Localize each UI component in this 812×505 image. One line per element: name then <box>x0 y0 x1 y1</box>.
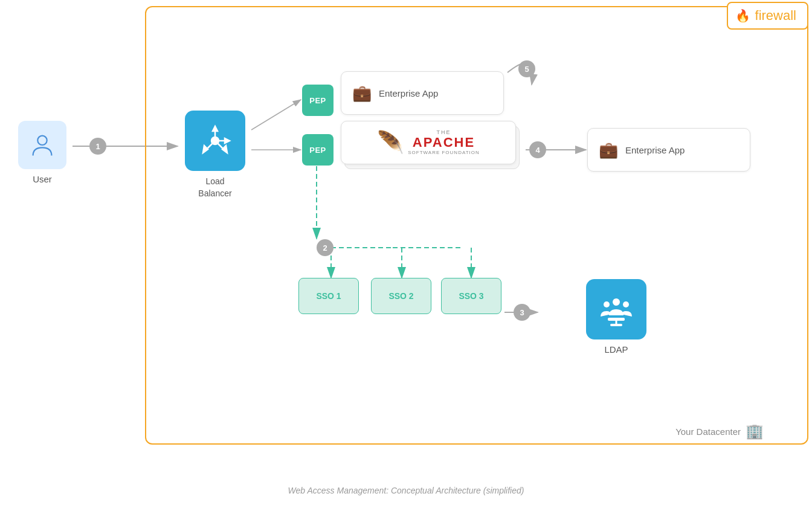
sso-1-box: SSO 1 <box>298 278 359 314</box>
step-2-circle: 2 <box>317 239 334 256</box>
svg-rect-26 <box>608 318 625 321</box>
svg-marker-20 <box>203 146 208 153</box>
briefcase-icon-top: 💼 <box>352 84 372 103</box>
step-5-circle: 5 <box>518 60 535 77</box>
svg-point-13 <box>37 136 47 145</box>
pep-bottom: PEP <box>302 134 334 166</box>
user-label: User <box>12 174 72 184</box>
svg-marker-18 <box>225 138 230 143</box>
lb-svg <box>197 123 233 159</box>
user-icon <box>18 121 66 169</box>
enterprise-app-right-label: Enterprise App <box>625 145 685 155</box>
pep-top: PEP <box>302 85 334 116</box>
datacenter-label: Your Datacenter 🏢 <box>675 423 764 440</box>
building-icon: 🏢 <box>746 423 764 440</box>
user-box: User <box>12 121 72 184</box>
ldap-svg <box>597 290 636 329</box>
enterprise-app-right-card: 💼 Enterprise App <box>587 128 750 172</box>
fire-icon: 🔥 <box>735 8 750 23</box>
svg-point-24 <box>604 301 610 307</box>
svg-rect-28 <box>610 324 622 326</box>
sso-2-box: SSO 2 <box>371 278 431 314</box>
svg-point-25 <box>623 301 629 307</box>
user-svg <box>29 132 56 158</box>
svg-marker-16 <box>213 126 218 131</box>
step-4-circle: 4 <box>529 141 546 158</box>
diagram-container: 🔥 firewall User 1 <box>0 0 812 505</box>
sso-3-box: SSO 3 <box>441 278 501 314</box>
step-3-circle: 3 <box>514 304 530 321</box>
enterprise-app-top-label: Enterprise App <box>379 88 438 98</box>
enterprise-app-top-card: 💼 Enterprise App <box>341 71 504 115</box>
step-1-circle: 1 <box>89 138 106 155</box>
svg-point-23 <box>613 298 620 306</box>
briefcase-icon-right: 💼 <box>599 141 618 159</box>
apache-text: THE APACHE SOFTWARE FOUNDATION <box>408 130 480 156</box>
apache-card: 🪶 THE APACHE SOFTWARE FOUNDATION <box>341 121 516 164</box>
load-balancer-box: Load Balancer <box>179 111 251 199</box>
ldap-label: LDAP <box>580 344 652 355</box>
firewall-label: firewall <box>755 8 796 24</box>
load-balancer-icon <box>185 111 245 171</box>
load-balancer-label: Load Balancer <box>179 176 251 199</box>
footer-caption: Web Access Management: Conceptual Archit… <box>0 486 812 495</box>
apache-feather-icon: 🪶 <box>377 130 404 155</box>
firewall-badge: 🔥 firewall <box>727 2 808 30</box>
svg-marker-22 <box>222 146 227 153</box>
ldap-icon-box <box>586 279 646 339</box>
